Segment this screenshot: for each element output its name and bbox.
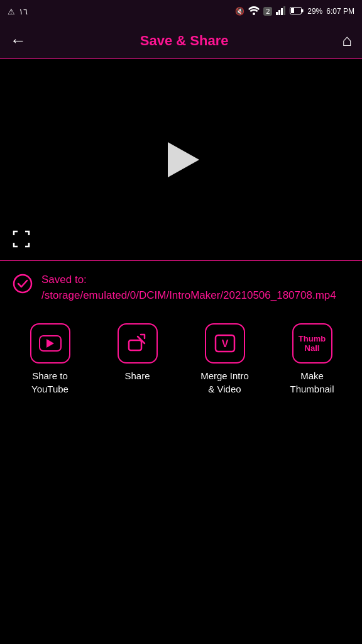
svg-point-8 <box>14 275 31 292</box>
svg-rect-2 <box>278 10 280 15</box>
thumbnail-icon-box: ThumbNaIl <box>292 323 332 364</box>
actions-row: Share toYouTube Share V Merge Intro& Vid… <box>0 312 362 407</box>
back-button[interactable]: ← <box>10 31 26 50</box>
status-right: 🔇 2 29% 6:07 PM <box>235 6 354 17</box>
svg-rect-7 <box>302 9 304 12</box>
merge-icon: V <box>214 332 236 355</box>
saved-check-icon <box>13 274 33 298</box>
merge-label: Merge Intro& Video <box>200 370 249 396</box>
status-left: ⚠ ١٦ <box>8 7 28 16</box>
share-label: Share <box>124 370 150 382</box>
notification-count: ١٦ <box>19 7 28 16</box>
thumbnail-icon: ThumbNaIl <box>299 334 326 353</box>
merge-button[interactable]: V Merge Intro& Video <box>190 323 260 396</box>
thumbnail-label: MakeThumbnail <box>290 370 334 396</box>
play-triangle-icon <box>168 142 199 177</box>
mute-icon: 🔇 <box>235 7 244 16</box>
share-icon-box <box>118 323 158 364</box>
play-button[interactable] <box>162 141 200 179</box>
youtube-label: Share toYouTube <box>31 370 69 396</box>
saved-path-text: Saved to: /storage/emulated/0/DCIM/Intro… <box>41 272 349 303</box>
youtube-play-icon <box>47 339 54 348</box>
share-button[interactable]: Share <box>103 323 172 382</box>
fullscreen-icon[interactable] <box>13 230 30 252</box>
page-title: Save & Share <box>140 33 229 49</box>
home-button[interactable]: ⌂ <box>342 31 352 50</box>
svg-rect-9 <box>129 340 141 350</box>
svg-rect-1 <box>276 12 278 15</box>
signal-icon <box>276 6 286 17</box>
youtube-icon-box <box>30 323 70 364</box>
svg-text:V: V <box>221 338 228 349</box>
merge-icon-box: V <box>205 323 245 364</box>
battery-icon <box>290 7 304 16</box>
status-bar: ⚠ ١٦ 🔇 2 29% <box>0 0 362 23</box>
share-youtube-button[interactable]: Share toYouTube <box>16 323 85 396</box>
svg-rect-4 <box>283 6 285 15</box>
warning-icon: ⚠ <box>8 7 15 16</box>
svg-point-0 <box>253 13 255 15</box>
battery-percent: 29% <box>307 7 322 16</box>
share-icon <box>127 333 148 354</box>
svg-rect-6 <box>291 8 294 13</box>
youtube-icon <box>39 335 62 352</box>
svg-rect-3 <box>281 8 283 15</box>
video-player[interactable] <box>0 59 362 260</box>
thumbnail-button[interactable]: ThumbNaIl MakeThumbnail <box>278 323 347 396</box>
time-display: 6:07 PM <box>326 7 354 16</box>
sim-badge: 2 <box>263 7 272 16</box>
nav-bar: ← Save & Share ⌂ <box>0 23 362 59</box>
wifi-icon <box>248 6 260 17</box>
save-section: Saved to: /storage/emulated/0/DCIM/Intro… <box>0 261 362 312</box>
